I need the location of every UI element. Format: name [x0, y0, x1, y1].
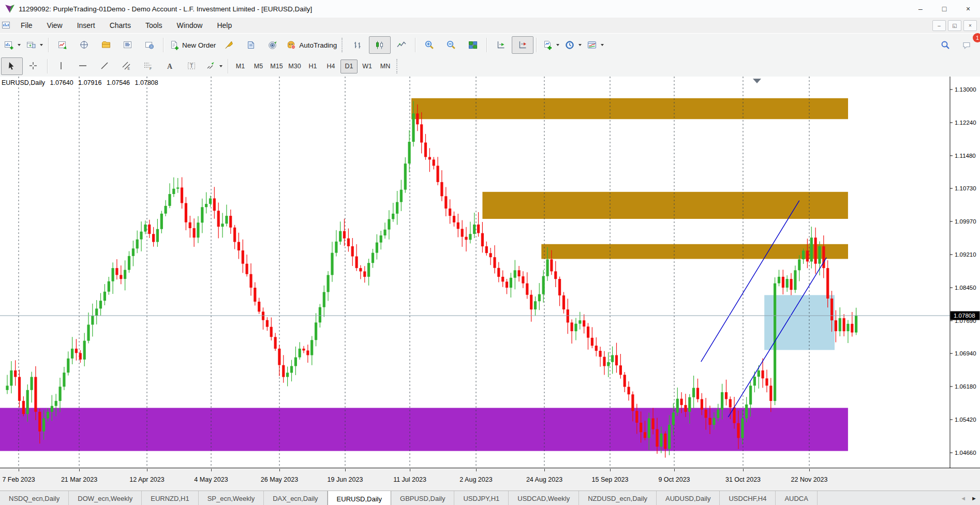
child-close-button[interactable]: ×: [963, 20, 977, 31]
trendline-tool[interactable]: [94, 57, 116, 75]
timeframe-m5-button[interactable]: M5: [250, 60, 267, 73]
minimize-button[interactable]: –: [909, 0, 932, 18]
chart-tab-bar: NSDQ_ecn,DailyDOW_ecn,WeeklyEURNZD,H1SP_…: [0, 491, 980, 505]
tab-scroll-right-button[interactable]: ►: [971, 495, 977, 501]
date-label: 11 Jul 2023: [393, 476, 426, 483]
templates-button[interactable]: [584, 36, 606, 54]
tab-usdjpy-h1[interactable]: USDJPY,H1: [454, 491, 509, 505]
timeframe-h4-button[interactable]: H4: [322, 60, 339, 73]
market-watch-button[interactable]: [52, 36, 73, 54]
child-minimize-button[interactable]: –: [932, 20, 946, 31]
community-button[interactable]: [262, 36, 284, 54]
toolbar-separator: [536, 38, 537, 52]
close-button[interactable]: ×: [956, 0, 980, 18]
tab-gbpusd-daily[interactable]: GBPUSD,Daily: [391, 491, 454, 505]
chart-shift-button[interactable]: [512, 36, 533, 54]
data-window-button[interactable]: [73, 36, 95, 54]
documents-button[interactable]: [240, 36, 262, 54]
bar-chart-icon: [353, 40, 363, 50]
chevron-down-icon: [40, 44, 43, 46]
tab-dow-ecn-weekly[interactable]: DOW_ecn,Weekly: [69, 491, 142, 505]
horizontal-line-tool[interactable]: [72, 57, 94, 75]
maximize-button[interactable]: □: [932, 0, 956, 18]
child-restore-button[interactable]: ◱: [948, 20, 961, 31]
timeframe-h1-button[interactable]: H1: [304, 60, 321, 73]
new-order-icon: [169, 40, 180, 50]
tab-audca[interactable]: AUDCA: [776, 491, 818, 505]
search-button[interactable]: [934, 36, 956, 54]
autotrading-button[interactable]: AutoTrading: [284, 36, 339, 54]
date-axis[interactable]: 7 Feb 202321 Mar 202312 Apr 20234 May 20…: [0, 469, 980, 491]
fibonacci-tool[interactable]: F: [138, 57, 159, 75]
window-controls: –□×: [909, 0, 980, 18]
menu-help[interactable]: Help: [210, 18, 239, 33]
menu-file[interactable]: File: [13, 18, 40, 33]
arrows-tool[interactable]: [203, 57, 225, 75]
timeframe-d1-button[interactable]: D1: [340, 60, 358, 73]
menu-tools[interactable]: Tools: [138, 18, 170, 33]
crosshair-icon: [28, 61, 39, 71]
legend-high: 1.07916: [78, 79, 101, 86]
crosshair-tool[interactable]: [23, 57, 44, 75]
vertical-line-icon: [56, 61, 67, 71]
tab-usdchf-h4[interactable]: USDCHF,H4: [720, 491, 776, 505]
tab-dax-ecn-daily[interactable]: DAX_ecn,Daily: [264, 491, 327, 505]
menu-charts[interactable]: Charts: [102, 18, 138, 33]
tab-usdcad-weekly[interactable]: USDCAD,Weekly: [509, 491, 579, 505]
terminal-button[interactable]: [117, 36, 139, 54]
chart-area[interactable]: EURUSD,Daily 1.07640 1.07916 1.07546 1.0…: [0, 77, 980, 469]
tile-windows-button[interactable]: [462, 36, 484, 54]
app-logo-icon: [4, 3, 16, 14]
shapes-icon: [205, 61, 216, 71]
date-label: 22 Nov 2023: [791, 476, 828, 483]
tab-scroll-left-button[interactable]: ◄: [960, 495, 966, 501]
line-chart-button[interactable]: [391, 36, 412, 54]
auto-scroll-button[interactable]: [490, 36, 512, 54]
svg-text:1.13000: 1.13000: [955, 86, 976, 93]
candlestick-chart[interactable]: 1.130001.122401.114801.107301.099701.092…: [0, 77, 980, 471]
zoom-in-icon: [424, 40, 435, 50]
candlestick-button[interactable]: [369, 36, 391, 54]
svg-text:1.06180: 1.06180: [955, 383, 976, 390]
timeframe-m15-button[interactable]: M15: [268, 60, 285, 73]
tab-audusd-daily[interactable]: AUDUSD,Daily: [657, 491, 720, 505]
tab-eurnzd-h1[interactable]: EURNZD,H1: [142, 491, 198, 505]
timeframe-m1-button[interactable]: M1: [232, 60, 249, 73]
tab-eurusd-daily[interactable]: EURUSD,Daily: [328, 491, 391, 505]
profiles-button[interactable]: [23, 36, 46, 54]
notifications-button[interactable]: 1: [956, 36, 978, 54]
bar-chart-button[interactable]: [347, 36, 369, 54]
date-label: 26 May 2023: [261, 476, 298, 483]
date-tick: [610, 469, 611, 471]
strategy-tester-button[interactable]: [139, 36, 160, 54]
menu-insert[interactable]: Insert: [70, 18, 102, 33]
vertical-line-tool[interactable]: [51, 57, 72, 75]
price-chart-svg[interactable]: 1.130001.122401.114801.107301.099701.092…: [0, 77, 980, 469]
date-tick: [410, 469, 410, 471]
cursor-tool[interactable]: [1, 57, 23, 75]
equidistant-channel-tool[interactable]: E: [116, 57, 138, 75]
tab-sp-ecn-weekly[interactable]: SP_ecn,Weekly: [199, 491, 264, 505]
cursor-icon: [7, 61, 17, 71]
tab-nzdusd-ecn-daily[interactable]: NZDUSD_ecn,Daily: [579, 491, 657, 505]
text-tool[interactable]: A: [159, 57, 181, 75]
zoom-in-button[interactable]: [419, 36, 440, 54]
legend-low: 1.07546: [107, 79, 130, 86]
indicators-button[interactable]: [540, 36, 562, 54]
metaeditor-button[interactable]: [218, 36, 240, 54]
timeframe-w1-button[interactable]: W1: [359, 60, 376, 73]
menu-bar: FileViewInsertChartsToolsWindowHelp –◱×: [0, 18, 980, 33]
text-label-tool[interactable]: T: [181, 57, 203, 75]
zoom-out-button[interactable]: [440, 36, 462, 54]
navigator-button[interactable]: [95, 36, 117, 54]
menu-window[interactable]: Window: [170, 18, 210, 33]
menu-view[interactable]: View: [40, 18, 70, 33]
periods-button[interactable]: [562, 36, 584, 54]
date-label: 7 Feb 2023: [2, 476, 35, 483]
tab-scroll-arrows: ◄ ►: [957, 491, 980, 505]
timeframe-mn-button[interactable]: MN: [377, 60, 394, 73]
new-chart-button[interactable]: [1, 36, 23, 54]
timeframe-m30-button[interactable]: M30: [286, 60, 303, 73]
new-order-button[interactable]: New Order: [167, 36, 218, 54]
tab-nsdq-ecn-daily[interactable]: NSDQ_ecn,Daily: [0, 491, 69, 505]
